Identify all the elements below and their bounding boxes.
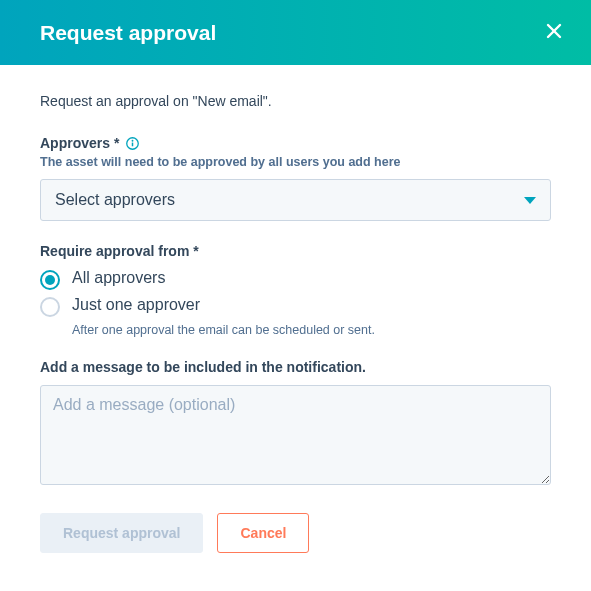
info-icon[interactable] xyxy=(125,136,139,150)
radio-all-approvers[interactable]: All approvers xyxy=(40,269,551,290)
message-label: Add a message to be included in the noti… xyxy=(40,359,551,375)
radio-one-sublabel: After one approval the email can be sche… xyxy=(72,323,551,337)
request-approval-button[interactable]: Request approval xyxy=(40,513,203,553)
chevron-down-icon xyxy=(524,197,536,204)
close-button[interactable] xyxy=(541,18,567,47)
message-field: Add a message to be included in the noti… xyxy=(40,359,551,489)
message-textarea[interactable] xyxy=(40,385,551,485)
radio-indicator xyxy=(40,270,60,290)
require-from-label: Require approval from * xyxy=(40,243,551,259)
close-icon xyxy=(545,22,563,43)
approvers-field: Approvers * The asset will need to be ap… xyxy=(40,135,551,221)
intro-text: Request an approval on "New email". xyxy=(40,93,551,109)
cancel-button[interactable]: Cancel xyxy=(217,513,309,553)
approvers-helper: The asset will need to be approved by al… xyxy=(40,155,551,169)
radio-indicator xyxy=(40,297,60,317)
radio-one-approver[interactable]: Just one approver xyxy=(40,296,551,317)
approvers-label: Approvers * xyxy=(40,135,119,151)
approvers-select[interactable]: Select approvers xyxy=(40,179,551,221)
modal-body: Request an approval on "New email". Appr… xyxy=(0,65,591,575)
svg-point-4 xyxy=(131,139,133,141)
approvers-label-row: Approvers * xyxy=(40,135,551,151)
modal-header: Request approval xyxy=(0,0,591,65)
require-from-field: Require approval from * All approvers Ju… xyxy=(40,243,551,337)
radio-all-label: All approvers xyxy=(72,269,165,287)
modal-actions: Request approval Cancel xyxy=(40,513,551,553)
modal-title: Request approval xyxy=(40,21,216,45)
radio-one-label: Just one approver xyxy=(72,296,200,314)
svg-rect-3 xyxy=(132,142,133,146)
approvers-select-placeholder: Select approvers xyxy=(55,191,175,209)
require-from-radio-group: All approvers Just one approver After on… xyxy=(40,269,551,337)
